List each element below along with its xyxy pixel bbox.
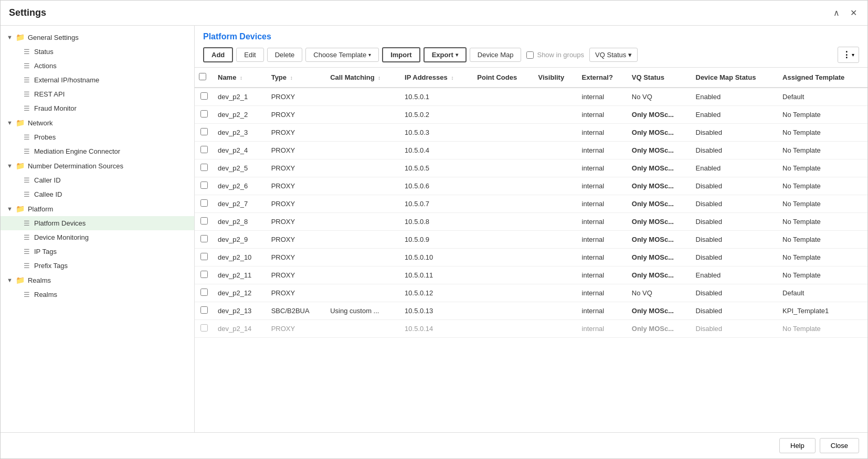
- sidebar-item-number-determination[interactable]: ▼ 📁 Number Determination Sources: [1, 158, 194, 173]
- row-call-matching: [326, 106, 400, 124]
- sidebar-item-general-settings[interactable]: ▼ 📁 General Settings: [1, 30, 194, 45]
- sidebar-item-probes[interactable]: ☰ Probes: [1, 130, 194, 144]
- table-row[interactable]: dev_p2_13 SBC/B2BUA Using custom ... 10.…: [195, 302, 867, 320]
- row-visibility: [534, 213, 578, 231]
- show-groups-checkbox[interactable]: [526, 51, 534, 59]
- col-call-matching[interactable]: Call Matching ↕: [326, 68, 400, 88]
- table-row[interactable]: dev_p2_3 PROXY 10.5.0.3 internal Only MO…: [195, 124, 867, 142]
- row-external: internal: [578, 284, 628, 302]
- table-row[interactable]: dev_p2_10 PROXY 10.5.0.10 internal Only …: [195, 249, 867, 266]
- table-row[interactable]: dev_p2_11 PROXY 10.5.0.11 internal Only …: [195, 266, 867, 284]
- row-external: internal: [578, 249, 628, 266]
- help-button[interactable]: Help: [779, 438, 816, 453]
- row-checkbox[interactable]: [200, 182, 208, 189]
- more-options-button[interactable]: ⋮ ▾: [838, 47, 859, 63]
- row-checkbox[interactable]: [200, 199, 208, 207]
- row-checkbox[interactable]: [200, 306, 208, 314]
- chevron-down-icon: ▼: [7, 163, 13, 169]
- row-checkbox-cell: [195, 159, 214, 177]
- sidebar-item-callee-id[interactable]: ☰ Callee ID: [1, 187, 194, 201]
- sidebar-item-actions[interactable]: ☰ Actions: [1, 59, 194, 73]
- vq-status-button[interactable]: VQ Status ▾: [589, 48, 638, 62]
- row-vq-status: No VQ: [628, 284, 692, 302]
- row-checkbox[interactable]: [200, 217, 208, 225]
- sidebar-item-external-ip[interactable]: ☰ External IP/hostname: [1, 73, 194, 87]
- table-row[interactable]: dev_p2_4 PROXY 10.5.0.4 internal Only MO…: [195, 142, 867, 159]
- table-row[interactable]: dev_p2_9 PROXY 10.5.0.9 internal Only MO…: [195, 231, 867, 249]
- row-name: dev_p2_3: [214, 124, 267, 142]
- row-point-codes: [473, 266, 534, 284]
- row-point-codes: [473, 142, 534, 159]
- table-row[interactable]: dev_p2_7 PROXY 10.5.0.7 internal Only MO…: [195, 195, 867, 213]
- delete-button[interactable]: Delete: [267, 48, 303, 62]
- row-checkbox-cell: [195, 320, 214, 338]
- sidebar-item-device-monitoring[interactable]: ☰ Device Monitoring: [1, 230, 194, 244]
- row-checkbox[interactable]: [200, 92, 208, 100]
- row-visibility: [534, 266, 578, 284]
- row-vq-status: Only MOSc...: [628, 231, 692, 249]
- sidebar-item-fraud-monitor[interactable]: ☰ Fraud Monitor: [1, 101, 194, 115]
- table-row[interactable]: dev_p2_8 PROXY 10.5.0.8 internal Only MO…: [195, 213, 867, 231]
- device-map-button[interactable]: Device Map: [470, 48, 522, 62]
- col-assigned-template: Assigned Template: [778, 68, 867, 88]
- sidebar-item-ip-tags[interactable]: ☰ IP Tags: [1, 244, 194, 259]
- col-name[interactable]: Name ↕: [214, 68, 267, 88]
- sidebar-item-network[interactable]: ▼ 📁 Network: [1, 115, 194, 130]
- sidebar-item-platform-devices[interactable]: ☰ Platform Devices: [1, 216, 194, 230]
- sidebar-item-platform[interactable]: ▼ 📁 Platform: [1, 201, 194, 216]
- folder-icon: 📁: [16, 162, 25, 170]
- close-button[interactable]: ✕: [848, 6, 859, 20]
- edit-button[interactable]: Edit: [236, 48, 263, 62]
- sidebar-item-realms[interactable]: ▼ 📁 Realms: [1, 273, 194, 287]
- sidebar-item-label: REST API: [34, 90, 65, 98]
- import-button[interactable]: Import: [382, 47, 420, 62]
- row-call-matching: [326, 284, 400, 302]
- row-checkbox[interactable]: [200, 110, 208, 118]
- table-row[interactable]: dev_p2_6 PROXY 10.5.0.6 internal Only MO…: [195, 177, 867, 195]
- row-ip-addresses: 10.5.0.11: [400, 266, 473, 284]
- row-ip-addresses: 10.5.0.13: [400, 302, 473, 320]
- table-row[interactable]: dev_p2_5 PROXY 10.5.0.5 internal Only MO…: [195, 159, 867, 177]
- col-type[interactable]: Type ↕: [267, 68, 326, 88]
- row-type: PROXY: [267, 266, 326, 284]
- row-point-codes: [473, 302, 534, 320]
- sidebar-item-mediation-engine[interactable]: ☰ Mediation Engine Connector: [1, 144, 194, 158]
- minimize-button[interactable]: ∧: [831, 6, 842, 20]
- footer-close-button[interactable]: Close: [820, 438, 859, 453]
- select-all-checkbox[interactable]: [199, 73, 206, 80]
- row-checkbox[interactable]: [200, 235, 208, 242]
- sidebar-item-realms-child[interactable]: ☰ Realms: [1, 287, 194, 302]
- chevron-down-icon: ▾: [628, 51, 632, 59]
- modal-title: Settings: [9, 7, 46, 18]
- table-row[interactable]: dev_p2_12 PROXY 10.5.0.12 internal No VQ…: [195, 284, 867, 302]
- table-row[interactable]: dev_p2_1 PROXY 10.5.0.1 internal No VQ E…: [195, 88, 867, 106]
- row-ip-addresses: 10.5.0.14: [400, 320, 473, 338]
- row-checkbox[interactable]: [200, 128, 208, 135]
- table-row[interactable]: dev_p2_2 PROXY 10.5.0.2 internal Only MO…: [195, 106, 867, 124]
- row-checkbox[interactable]: [200, 324, 208, 332]
- row-checkbox[interactable]: [200, 271, 208, 278]
- row-type: PROXY: [267, 88, 326, 106]
- row-point-codes: [473, 249, 534, 266]
- row-checkbox[interactable]: [200, 289, 208, 296]
- table-row[interactable]: dev_p2_14 PROXY 10.5.0.14 internal Only …: [195, 320, 867, 338]
- row-checkbox-cell: [195, 284, 214, 302]
- row-vq-status: Only MOSc...: [628, 159, 692, 177]
- sidebar-item-prefix-tags[interactable]: ☰ Prefix Tags: [1, 259, 194, 273]
- sidebar-item-status[interactable]: ☰ Status: [1, 45, 194, 59]
- row-checkbox[interactable]: [200, 146, 208, 153]
- row-assigned-template: No Template: [778, 106, 867, 124]
- row-visibility: [534, 231, 578, 249]
- export-button[interactable]: Export ▾: [424, 47, 467, 62]
- choose-template-button[interactable]: Choose Template ▾: [305, 48, 379, 62]
- sidebar-item-caller-id[interactable]: ☰ Caller ID: [1, 173, 194, 187]
- row-checkbox[interactable]: [200, 253, 208, 260]
- row-checkbox-cell: [195, 266, 214, 284]
- export-label: Export: [432, 51, 453, 59]
- row-checkbox[interactable]: [200, 164, 208, 171]
- col-ip-addresses[interactable]: IP Addresses ↕: [400, 68, 473, 88]
- sidebar-item-rest-api[interactable]: ☰ REST API: [1, 87, 194, 101]
- row-type: PROXY: [267, 106, 326, 124]
- row-ip-addresses: 10.5.0.9: [400, 231, 473, 249]
- add-button[interactable]: Add: [203, 47, 233, 62]
